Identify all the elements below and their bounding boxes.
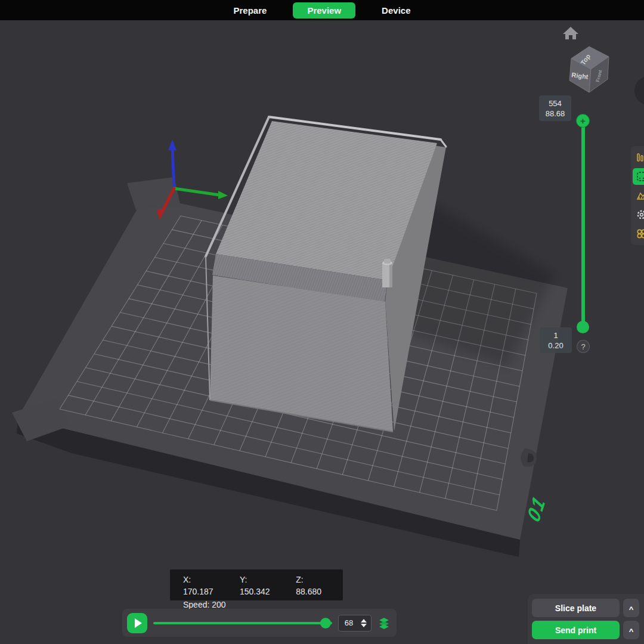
side-toolbar: [631, 146, 644, 245]
coord-z: Z: 88.680: [296, 574, 330, 597]
status-panel: X: 170.187 Y: 150.342 Z: 88.680 Speed: 2…: [170, 569, 343, 600]
slice-plate-button[interactable]: Slice plate: [532, 599, 620, 617]
layer-slider-bottom-tooltip: 1 0.20: [540, 327, 572, 353]
timeline-track[interactable]: [153, 622, 332, 624]
bottom-height-value: 0.20: [540, 340, 572, 351]
send-options-button[interactable]: ^: [623, 621, 639, 639]
play-button[interactable]: [127, 613, 147, 633]
layer-number-box: [338, 615, 371, 631]
support-paint-icon[interactable]: [633, 187, 644, 204]
layer-slider-top-handle[interactable]: +: [576, 114, 590, 128]
tab-preview[interactable]: Preview: [293, 2, 355, 18]
top-height-value: 88.68: [539, 109, 571, 119]
coord-x: X: 170.187: [183, 574, 222, 597]
top-layer-value: 554: [539, 98, 571, 109]
layer-slider-track[interactable]: [581, 120, 585, 327]
settings-gear-icon[interactable]: [633, 206, 644, 223]
timeline-slider[interactable]: [153, 617, 332, 629]
layer-slider-bottom-handle[interactable]: [577, 321, 589, 333]
actions-panel: Slice plate ^ Send print ^: [528, 594, 644, 644]
slicer-app: 01: [0, 0, 644, 644]
stepper-down-icon[interactable]: [361, 624, 367, 627]
coord-y: Y: 150.342: [240, 574, 278, 597]
view-cube[interactable]: [569, 47, 609, 92]
timeline-handle[interactable]: [320, 618, 331, 628]
help-button[interactable]: ?: [577, 340, 590, 353]
send-print-button[interactable]: Send print: [532, 621, 620, 639]
edge-dial: [634, 76, 644, 105]
top-tab-bar: Prepare Preview Device: [0, 0, 644, 20]
layers-icon[interactable]: [377, 617, 391, 630]
bottom-layer-value: 1: [540, 330, 572, 340]
plate-settings-icon[interactable]: [633, 168, 644, 185]
pattern-group-icon[interactable]: [633, 225, 644, 242]
stepper-up-icon[interactable]: [361, 619, 367, 623]
home-icon[interactable]: [563, 27, 578, 39]
object-list-icon[interactable]: [633, 149, 644, 166]
layer-number-input[interactable]: [339, 618, 359, 627]
tab-prepare[interactable]: Prepare: [225, 2, 275, 18]
model-small-cylinder: [382, 259, 392, 287]
play-icon: [135, 618, 142, 628]
layer-stepper: [359, 619, 369, 627]
layer-slider-top-tooltip: 554 88.68: [539, 95, 571, 121]
playback-bar: [122, 609, 397, 637]
tab-device[interactable]: Device: [373, 2, 419, 18]
slice-options-button[interactable]: ^: [623, 599, 639, 617]
